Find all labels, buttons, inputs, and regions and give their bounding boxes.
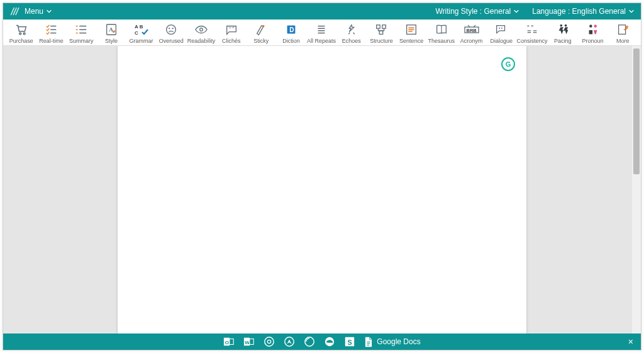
sentence-icon [402, 22, 421, 37]
chevron-down-icon [628, 8, 635, 14]
menu-label: Menu [25, 7, 43, 16]
svg-text:“ ”: “ ” [527, 25, 534, 30]
svg-point-6 [167, 25, 176, 35]
grammar-icon: A BC [132, 22, 151, 37]
svg-text:A B: A B [135, 24, 143, 30]
edge-icon[interactable] [324, 336, 335, 347]
writing-style-dropdown[interactable]: Writing Style : General [435, 7, 519, 16]
grammarly-badge-icon[interactable]: G [501, 57, 515, 71]
svg-text:O: O [225, 340, 229, 345]
menu-dropdown[interactable]: Menu [25, 7, 52, 16]
svg-rect-15 [382, 25, 386, 29]
svg-text:W: W [245, 340, 250, 345]
svg-text:BRB: BRB [466, 28, 477, 33]
safari-icon[interactable] [284, 336, 295, 347]
svg-point-35 [265, 337, 274, 346]
consistency-icon: “ ” [523, 22, 541, 37]
svg-rect-14 [377, 25, 380, 29]
chrome-icon[interactable] [264, 336, 275, 347]
tool-summary[interactable]: Summary [67, 22, 96, 44]
tool-allrepeats[interactable]: All Repeats [307, 22, 336, 44]
word-icon[interactable]: W [243, 336, 255, 347]
tool-echoes[interactable]: Echoes [337, 22, 366, 44]
tool-purchase[interactable]: Purchase [7, 22, 36, 44]
cliches-icon: “ ” [222, 22, 241, 37]
svg-text:C: C [135, 30, 138, 36]
tool-cliches[interactable]: “ ” Clichés [217, 22, 246, 44]
svg-point-8 [172, 28, 174, 29]
chevron-down-icon [46, 8, 52, 14]
language-label: Language : English General [532, 7, 626, 16]
cart-icon [12, 22, 31, 37]
structure-icon [372, 22, 391, 37]
writing-style-label: Writing Style : General [435, 7, 511, 16]
firefox-icon[interactable] [304, 336, 315, 347]
more-icon: + [613, 22, 632, 37]
summary-icon [72, 22, 91, 37]
svg-rect-31 [230, 339, 233, 345]
chevron-down-icon [513, 8, 519, 14]
document-page[interactable]: G [118, 46, 526, 333]
svg-point-11 [262, 25, 265, 28]
pronoun-icon [584, 22, 602, 37]
tool-acronym[interactable]: BRB Acronym [457, 22, 486, 44]
acronym-icon: BRB [462, 22, 481, 37]
language-dropdown[interactable]: Language : English General [532, 7, 635, 16]
dialogue-icon [492, 22, 511, 37]
svg-point-7 [169, 28, 170, 29]
app-window: Menu Writing Style : General Language : … [3, 3, 641, 350]
svg-point-25 [589, 25, 592, 27]
scrivener-icon[interactable]: S [344, 336, 355, 347]
tool-thesaurus[interactable]: Thesaurus [427, 22, 456, 44]
echoes-icon [342, 22, 361, 37]
tool-more[interactable]: + More [608, 22, 637, 44]
tool-realtime[interactable]: Real-time [37, 22, 66, 44]
svg-rect-16 [380, 31, 384, 35]
overused-icon [162, 22, 180, 37]
google-docs-icon [364, 337, 373, 347]
eye-icon [192, 22, 211, 37]
tool-diction[interactable]: D Diction [277, 22, 306, 44]
tool-consistency[interactable]: “ ” Consistency [517, 22, 547, 44]
tool-readability[interactable]: Readability [187, 22, 216, 44]
svg-text:+: + [626, 24, 629, 30]
scrollbar-thumb[interactable] [633, 48, 640, 174]
app-logo-icon [9, 6, 21, 17]
tool-pronoun[interactable]: Pronoun [579, 22, 608, 44]
svg-text:“ ”: “ ” [229, 26, 234, 32]
svg-point-23 [560, 25, 562, 27]
svg-point-21 [501, 28, 502, 29]
tool-grammar[interactable]: A BC Grammar [127, 22, 156, 44]
checklist-icon [42, 22, 61, 37]
bottom-bar: O W S Google Docs [3, 333, 641, 350]
work-area: G [3, 46, 641, 333]
tool-overused[interactable]: Overused [157, 22, 186, 44]
integration-dock: O W S Google Docs [223, 336, 420, 347]
tool-dialogue[interactable]: Dialogue [487, 22, 516, 44]
tool-style[interactable]: A Style [97, 22, 126, 44]
style-icon: A [102, 22, 121, 37]
google-docs-label: Google Docs [377, 337, 420, 346]
tool-sticky[interactable]: Sticky [247, 22, 276, 44]
diction-icon: D [282, 22, 301, 37]
allrepeats-icon [312, 22, 331, 37]
outlook-icon[interactable]: O [223, 336, 235, 347]
toolbar: Purchase Real-time Summary A Style A BC [3, 20, 641, 46]
vertical-scrollbar[interactable] [632, 46, 641, 333]
tool-pacing[interactable]: Pacing [548, 22, 577, 44]
pacing-icon [553, 22, 572, 37]
close-button[interactable]: × [628, 337, 633, 347]
tool-sentence[interactable]: Sentence [397, 22, 426, 44]
tool-structure[interactable]: Structure [367, 22, 396, 44]
sticky-icon [252, 22, 270, 37]
google-docs-link[interactable]: Google Docs [364, 337, 420, 347]
top-bar: Menu Writing Style : General Language : … [3, 3, 641, 20]
svg-point-20 [499, 28, 501, 29]
svg-point-1 [23, 33, 25, 35]
book-icon [432, 22, 451, 37]
svg-rect-34 [250, 339, 253, 345]
svg-point-0 [19, 33, 21, 35]
svg-point-36 [268, 340, 271, 343]
svg-point-26 [594, 25, 596, 27]
svg-text:D: D [289, 26, 294, 33]
